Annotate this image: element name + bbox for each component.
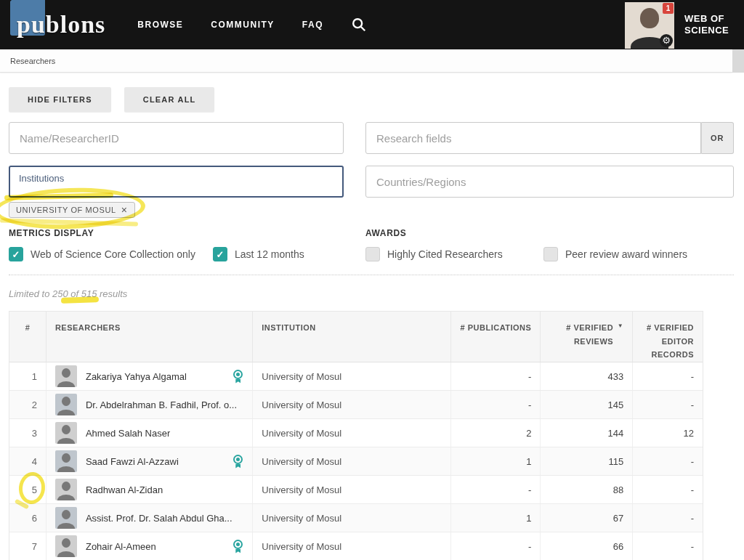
row-verified-reviews-count: 115: [540, 447, 632, 475]
row-publications-count: -: [450, 532, 541, 560]
sort-desc-icon[interactable]: ▼: [618, 321, 623, 331]
research-fields-input[interactable]: [365, 122, 701, 154]
clear-all-button[interactable]: CLEAR ALL: [124, 87, 215, 112]
row-researcher-cell: Saad Fawzi Al-Azzawi: [46, 447, 252, 475]
researcher-avatar[interactable]: [55, 507, 77, 529]
row-researcher-cell: Ahmed Salah Naser: [46, 419, 252, 447]
checkbox-icon[interactable]: ✓: [543, 247, 558, 261]
row-researcher-cell: Assist. Prof. Dr. Salah Abdul Gha...: [46, 504, 252, 532]
col-header-editor-records[interactable]: # VERIFIED EDITOR RECORDS: [632, 312, 703, 362]
row-verified-reviews-count: 88: [540, 476, 632, 503]
researcher-name-link[interactable]: Radhwan Al-Zidan: [86, 484, 163, 495]
filter-grid: OR Institutions UNIVERSITY OF MOSUL × ME…: [9, 122, 734, 261]
researcher-avatar[interactable]: [55, 394, 77, 415]
metrics-display-heading: METRICS DISPLAY: [9, 228, 344, 238]
reviewer-badge-icon: [232, 455, 243, 468]
nav-item-community[interactable]: COMMUNITY: [211, 20, 275, 30]
row-publications-count: -: [450, 476, 541, 503]
institution-filter-tag[interactable]: UNIVERSITY OF MOSUL ×: [9, 202, 135, 218]
gear-icon[interactable]: ⚙: [660, 34, 673, 47]
row-institution: University of Mosul: [252, 476, 450, 503]
researcher-avatar[interactable]: [55, 479, 77, 500]
researcher-name-link[interactable]: Saad Fawzi Al-Azzawi: [86, 456, 179, 467]
researcher-name-link[interactable]: Ahmed Salah Naser: [86, 428, 170, 439]
table-row[interactable]: 5 Radhwan Al-Zidan University of Mosul -…: [9, 476, 703, 504]
researcher-avatar[interactable]: [55, 535, 77, 557]
section-divider: [9, 275, 734, 275]
table-row[interactable]: 2 Dr. Abdelrahman B. Fadhil, Prof. o... …: [9, 391, 703, 419]
researcher-avatar[interactable]: [55, 422, 77, 444]
checkbox-icon[interactable]: ✓: [365, 247, 380, 261]
table-row[interactable]: 3 Ahmed Salah Naser University of Mosul …: [9, 419, 703, 447]
row-verified-reviews-count: 433: [540, 362, 632, 390]
table-row[interactable]: 6 Assist. Prof. Dr. Salah Abdul Gha... U…: [9, 504, 703, 532]
row-verified-reviews-count: 67: [540, 504, 632, 532]
search-icon[interactable]: [351, 17, 367, 33]
researcher-name-link[interactable]: Zohair Al-Ameen: [86, 541, 156, 552]
row-institution: University of Mosul: [252, 447, 450, 475]
table-header-row: # RESEARCHERS INSTITUTION # PUBLICATIONS…: [9, 312, 703, 362]
awards-heading: AWARDS: [365, 228, 734, 238]
row-researcher-cell: Zakariya Yahya Algamal: [46, 362, 252, 390]
name-researcherid-input[interactable]: [9, 122, 344, 154]
hide-filters-button[interactable]: HIDE FILTERS: [9, 87, 111, 112]
checkbox-peer-review-winners[interactable]: ✓ Peer review award winners: [543, 247, 687, 261]
or-toggle-button[interactable]: OR: [701, 122, 734, 154]
researcher-avatar[interactable]: [55, 450, 77, 472]
filter-buttons-row: HIDE FILTERS CLEAR ALL: [9, 87, 734, 112]
row-researcher-cell: Radhwan Al-Zidan: [46, 476, 252, 503]
table-row[interactable]: 1 Zakariya Yahya Algamal University of M…: [9, 362, 703, 391]
checkbox-highly-cited[interactable]: ✓ Highly Cited Researchers: [365, 247, 543, 261]
research-fields-wrap: OR: [365, 122, 734, 154]
table-row[interactable]: 4 Saad Fawzi Al-Azzawi University of Mos…: [9, 447, 703, 476]
breadcrumb[interactable]: Researchers: [10, 57, 55, 65]
row-institution: University of Mosul: [252, 362, 450, 390]
reviewer-badge-icon: [232, 370, 243, 384]
table-row[interactable]: 7 Zohair Al-Ameen University of Mosul - …: [9, 532, 703, 560]
col-header-rank[interactable]: #: [9, 312, 46, 362]
checkbox-icon[interactable]: ✓: [9, 247, 23, 261]
row-rank: 5: [9, 476, 46, 503]
main-content: HIDE FILTERS CLEAR ALL OR Institutions U…: [0, 73, 744, 560]
checkbox-last-12-months[interactable]: ✓ Last 12 months: [213, 247, 304, 261]
scrollbar-track[interactable]: [732, 49, 744, 73]
countries-regions-input[interactable]: [365, 166, 734, 198]
col-header-institution[interactable]: INSTITUTION: [252, 312, 450, 362]
researcher-avatar[interactable]: [55, 365, 77, 387]
row-institution: University of Mosul: [252, 504, 450, 532]
row-publications-count: 1: [450, 447, 541, 475]
institutions-input[interactable]: Institutions: [9, 166, 344, 198]
institution-tag-row: UNIVERSITY OF MOSUL ×: [9, 202, 344, 218]
researcher-name-link[interactable]: Dr. Abdelrahman B. Fadhil, Prof. o...: [86, 399, 237, 410]
row-rank: 2: [9, 391, 46, 418]
user-avatar[interactable]: 1 ⚙: [625, 2, 674, 49]
row-editor-records-count: -: [632, 362, 703, 390]
row-researcher-cell: Zohair Al-Ameen: [46, 532, 252, 560]
row-publications-count: 1: [450, 504, 541, 532]
checkbox-icon[interactable]: ✓: [213, 247, 227, 261]
row-verified-reviews-count: 144: [540, 419, 632, 447]
col-header-verified-reviews[interactable]: # VERIFIED REVIEWS ▼: [540, 312, 632, 362]
row-verified-reviews-count: 66: [540, 532, 632, 560]
nav-item-faq[interactable]: FAQ: [302, 20, 323, 30]
name-field-wrap: [9, 122, 344, 154]
nav-links: BROWSE COMMUNITY FAQ: [137, 20, 323, 30]
row-publications-count: -: [450, 362, 541, 390]
remove-tag-icon[interactable]: ×: [121, 206, 128, 214]
row-editor-records-count: -: [632, 532, 703, 560]
row-editor-records-count: 12: [632, 419, 703, 447]
web-of-science-brand: WEB OF SCIENCE: [684, 13, 735, 37]
checkbox-wos-core-collection[interactable]: ✓ Web of Science Core Collection only: [9, 247, 213, 261]
publons-logo[interactable]: publons: [10, 11, 105, 38]
notification-badge[interactable]: 1: [663, 3, 674, 14]
row-institution: University of Mosul: [252, 532, 450, 560]
row-institution: University of Mosul: [252, 419, 450, 447]
row-publications-count: -: [450, 391, 541, 418]
col-header-researchers[interactable]: RESEARCHERS: [46, 312, 252, 362]
row-rank: 3: [9, 419, 46, 447]
col-header-publications[interactable]: # PUBLICATIONS: [450, 312, 541, 362]
nav-right: 1 ⚙ WEB OF SCIENCE: [625, 0, 735, 49]
nav-item-browse[interactable]: BROWSE: [137, 20, 183, 30]
researcher-name-link[interactable]: Assist. Prof. Dr. Salah Abdul Gha...: [86, 513, 232, 524]
researcher-name-link[interactable]: Zakariya Yahya Algamal: [86, 371, 187, 382]
